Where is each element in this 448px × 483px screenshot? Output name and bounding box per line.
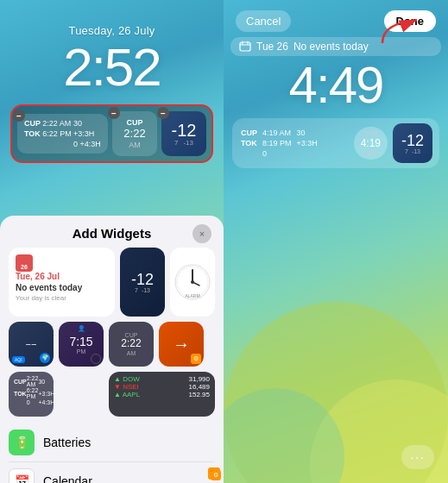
widget-red-border: − CUP 2:22 AM 30 TOK 6:22 PM +3:3H — [10, 104, 213, 163]
sheet-title: Add Widgets — [73, 226, 152, 241]
calendar-widget-large[interactable]: 26 Tue, 26 Jul No events today Your day … — [9, 248, 115, 317]
right-panel: Cancel Done Tue 26 No events today 4:49 … — [224, 0, 448, 483]
calendar-small-icon — [239, 41, 251, 53]
cup-pill-widget: CUP 4:19 AM — [354, 127, 388, 160]
widget-no-events: No events today — [16, 283, 108, 292]
no-events-text: No events today — [293, 41, 369, 53]
neg12-widget-sheet[interactable]: -12 7 -13 — [120, 248, 165, 317]
cup-ampm: AM — [129, 141, 141, 149]
aqi-badge: AQI — [12, 356, 25, 363]
cancel-button[interactable]: Cancel — [236, 10, 291, 32]
cup-label: CUP — [126, 118, 142, 127]
right-neg12-widget: -12 7 -13 — [393, 123, 432, 163]
widget-grid-row1: 26 Tue, 26 Jul No events today Your day … — [0, 248, 224, 317]
remove-neg12-button[interactable]: − — [157, 107, 169, 119]
left-panel: Tuesday, 26 July 2:52 − CUP 2:22 AM 30 — [0, 0, 224, 483]
neg12-sub: 7 -13 — [174, 139, 193, 147]
decorative-bg — [224, 224, 448, 483]
right-tz-widget: CUP 4:19 AM 30 TOK 8:19 PM +3:3H 0 — [239, 128, 349, 159]
left-time: 2:52 — [0, 41, 224, 94]
right-time: 4:49 — [224, 60, 448, 111]
arrow-widget[interactable]: → ⚙ — [159, 322, 204, 367]
calendar-label: Calendar — [43, 474, 92, 483]
svg-rect-7 — [240, 42, 250, 51]
cup-small-widget: CUP 2:22 AM — [112, 111, 157, 156]
calendar-icon: 📅 — [9, 468, 35, 483]
right-widget-area: CUP 4:19 AM 30 TOK 8:19 PM +3:3H 0 — [232, 118, 439, 168]
sheet-header: Add Widgets × — [0, 216, 224, 248]
calendar-list-item[interactable]: 📅 Calendar — [9, 462, 215, 483]
cup-time: 2:22 — [123, 127, 145, 141]
clock-widget-sheet[interactable]: ALARM ⏰ — [170, 248, 215, 317]
neg12-number: -12 — [172, 122, 197, 139]
tz-widget-sheet[interactable]: CUP 2:22 AM 30 TOK 6:22 PM +3:3H 0 +4:3H — [9, 372, 54, 417]
aqi-widget[interactable]: −− AQI 🌍 — [9, 322, 54, 367]
neg12-big: -12 — [131, 272, 154, 287]
neg12-big-sub: 7 -13 — [135, 287, 150, 293]
svg-point-4 — [191, 280, 194, 284]
time-widget[interactable]: 👤 7:15 PM — [59, 322, 104, 367]
stock-widget-sheet[interactable]: ▲ DOW 31,990 ▼ NSEI 16,489 ▲ AAPL 152.95 — [109, 372, 215, 417]
svg-point-13 — [224, 388, 344, 483]
tz-widget-left: CUP 2:22 AM 30 TOK 6:22 PM +3:3H — [17, 114, 108, 154]
add-widgets-sheet: Add Widgets × 26 Tue, 26 Jul No events t… — [0, 216, 224, 483]
remove-widget-button[interactable]: − — [13, 110, 25, 122]
batteries-icon: 🔋 — [9, 430, 35, 455]
neg12-widget: -12 7 -13 — [161, 111, 206, 156]
date-bar-text: Tue 26 — [256, 41, 288, 53]
spacer — [59, 372, 104, 417]
batteries-list-item[interactable]: 🔋 Batteries — [9, 423, 215, 462]
list-section: 🔋 Batteries 📅 Calendar — [0, 423, 224, 483]
sheet-close-button[interactable]: × — [192, 224, 211, 243]
red-arrow-indicator — [374, 13, 426, 47]
batteries-label: Batteries — [43, 436, 91, 449]
widget-weather: Your day is clear — [16, 294, 108, 302]
widget-area: − CUP 2:22 AM 30 TOK 6:22 PM +3:3H — [10, 104, 213, 163]
widget-grid-row3: CUP 2:22 AM 30 TOK 6:22 PM +3:3H 0 +4:3H — [0, 372, 224, 417]
svg-text:ALARM: ALARM — [185, 293, 199, 298]
three-dots-button[interactable]: ··· — [401, 445, 434, 469]
widget-grid-row2: −− AQI 🌍 👤 7:15 PM CUP 2:22 AM → — [0, 322, 224, 367]
remove-small-widget-button[interactable]: − — [108, 107, 120, 119]
right-widget-row: CUP 4:19 AM 30 TOK 8:19 PM +3:3H 0 — [239, 123, 432, 163]
left-date: Tuesday, 26 July — [0, 24, 224, 37]
widget-date: Tue, 26 Jul — [16, 272, 108, 281]
cup-mini-widget[interactable]: CUP 2:22 AM — [109, 322, 154, 367]
widget-row: − CUP 2:22 AM 30 TOK 6:22 PM +3:3H — [17, 111, 206, 156]
